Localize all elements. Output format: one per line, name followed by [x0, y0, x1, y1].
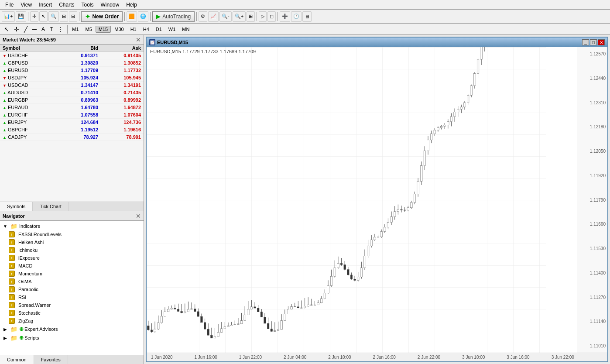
svg-rect-109 [324, 293, 326, 299]
menu-tools[interactable]: Tools [78, 1, 97, 9]
market-row[interactable]: ▲ EURUSD 1.17709 1.17732 [0, 67, 144, 74]
market-row[interactable]: ▼ USDCHF 0.91371 0.91405 [0, 52, 144, 59]
market-row[interactable]: ▲ EURCHF 1.07558 1.07604 [0, 111, 144, 119]
market-row[interactable]: ▲ GBPCHF 1.19512 1.19616 [0, 126, 144, 134]
svg-rect-77 [271, 329, 273, 332]
market-bid: 1.17709 [58, 67, 101, 74]
svg-rect-145 [384, 227, 386, 232]
nav-expert-advisors-folder[interactable]: ▶ 📁 ⊕ Expert Advisors [0, 325, 144, 333]
add-indicator-btn[interactable]: ➕ [280, 11, 290, 22]
tab-common[interactable]: Common [0, 355, 34, 364]
market-row[interactable]: ▲ AUDUSD 0.71410 0.71435 [0, 89, 144, 96]
tf-mn[interactable]: MN [179, 26, 192, 33]
indicator-icon: f [9, 286, 15, 292]
chart-settings-btn[interactable]: ⚙ [199, 11, 207, 22]
market-row[interactable]: ▼ USDCAD 1.34147 1.34191 [0, 82, 144, 89]
autotrading-button[interactable]: ▶ AutoTrading [152, 11, 195, 22]
tf-h4[interactable]: H4 [140, 26, 152, 33]
menu-insert[interactable]: Insert [35, 1, 55, 9]
menu-view[interactable]: View [17, 1, 35, 9]
nav-indicator-item[interactable]: f MACD [0, 262, 144, 270]
market-symbol: ▼ USDCHF [0, 52, 58, 59]
zoom-in-chart-btn[interactable]: 🔍+ [233, 11, 246, 22]
zoom-in-btn[interactable]: 🔍 [48, 11, 59, 22]
chart-x-axis: 1 Jun 20201 Jun 16:001 Jun 22:002 Jun 04… [147, 353, 607, 361]
nav-indicator-item[interactable]: f Ichimoku [0, 246, 144, 254]
tf-h1[interactable]: H1 [127, 26, 140, 33]
nav-indicator-item[interactable]: f Stochastic [0, 309, 144, 317]
market-row[interactable]: ▲ EURGBP 0.89963 0.89992 [0, 96, 144, 104]
market-watch-close[interactable]: ✕ [136, 37, 141, 43]
zoom-out-chart-btn[interactable]: 🔍- [219, 11, 232, 22]
menu-help[interactable]: Help [123, 1, 141, 9]
nav-scripts-folder[interactable]: ▶ 📁 ⊕ Scripts [0, 333, 144, 342]
nav-indicator-item[interactable]: f RSI [0, 293, 144, 301]
hline-tool-btn[interactable]: ─ [30, 25, 39, 34]
tab-favorites[interactable]: Favorites [34, 355, 68, 364]
nav-indicator-label: iExposure [18, 255, 40, 261]
period-sep-btn[interactable]: ⊟ [69, 11, 77, 22]
new-order-icon: ✦ [85, 13, 90, 20]
expert-start-btn[interactable]: ▷ [259, 11, 267, 22]
new-order-button[interactable]: ✦ New Order [81, 11, 123, 22]
tile-btn[interactable]: ⊞ [247, 11, 255, 22]
menu-file[interactable]: File [2, 1, 17, 9]
market-bid: 0.91371 [58, 52, 101, 59]
nav-indicator-item[interactable]: f OsMA [0, 278, 144, 285]
tf-w1[interactable]: W1 [165, 26, 179, 33]
market-row[interactable]: ▲ GBPUSD 1.30820 1.30852 [0, 59, 144, 67]
arrow-tool-btn[interactable]: ↖ [2, 25, 11, 34]
tf-m1[interactable]: M1 [69, 26, 82, 33]
crosshair-btn[interactable]: ✛ [30, 11, 38, 22]
market-ask: 0.91405 [101, 52, 144, 59]
save-btn[interactable]: 💾 [16, 11, 26, 22]
market-row[interactable]: ▲ EURAUD 1.64780 1.64872 [0, 104, 144, 111]
navigator-close[interactable]: ✕ [136, 213, 141, 219]
navigator-body[interactable]: ▼ 📁 Indicators f FXSSI.RoundLevels f Hei… [0, 221, 144, 355]
nav-indicator-item[interactable]: f Parabolic [0, 285, 144, 293]
text-draw-btn[interactable]: A [39, 25, 47, 33]
chart-close-btn[interactable]: ✕ [598, 39, 605, 45]
line-tool-btn[interactable]: ╱ [22, 25, 30, 34]
nav-indicators-folder[interactable]: ▼ 📁 Indicators [0, 222, 144, 230]
market-row[interactable]: ▼ USDJPY 105.924 105.945 [0, 74, 144, 82]
svg-rect-51 [227, 326, 230, 326]
indicator-add-btn[interactable]: 📈 [208, 11, 219, 22]
nav-indicator-item[interactable]: f Momentum [0, 270, 144, 278]
menu-charts[interactable]: Charts [55, 1, 78, 9]
trendline-btn[interactable]: T [48, 25, 55, 33]
nav-indicator-item[interactable]: f ZigZag [0, 317, 144, 325]
market-row[interactable]: ▲ CADJPY 78.927 78.991 [0, 134, 144, 141]
nav-indicator-item[interactable]: f FXSSI.RoundLevels [0, 230, 144, 238]
new-chart-btn[interactable]: 📊+ [2, 11, 15, 22]
tab-tick-chart[interactable]: Tick Chart [33, 202, 69, 211]
chart-maximize-btn[interactable]: □ [590, 39, 597, 45]
tab-symbols[interactable]: Symbols [0, 202, 33, 211]
tf-m15[interactable]: M15 [96, 26, 111, 33]
tf-m30[interactable]: M30 [111, 26, 127, 33]
indicator-icon: f [9, 302, 15, 308]
grid-btn[interactable]: ⊞ [60, 11, 68, 22]
svg-rect-203 [480, 47, 483, 59]
buy-btn[interactable]: 🟧 [127, 11, 137, 22]
tf-m5[interactable]: M5 [82, 26, 95, 33]
nav-indicator-item[interactable]: f Heiken Ashi [0, 238, 144, 246]
arrow-btn[interactable]: ↖ [39, 11, 48, 22]
tf-d1[interactable]: D1 [153, 26, 165, 33]
chart-main[interactable]: EURUSD,M15 1.17729 1.17733 1.17689 1.177… [147, 47, 577, 353]
svg-rect-151 [394, 212, 396, 217]
sell-btn[interactable]: 🌐 [138, 11, 148, 22]
nav-indicator-item[interactable]: f Spread.Warner [0, 301, 144, 309]
market-table[interactable]: Symbol Bid Ask ▼ USDCHF 0.91371 0.91405 … [0, 45, 144, 202]
nav-indicator-item[interactable]: f iExposure [0, 254, 144, 262]
expert-stop-btn[interactable]: ◻ [267, 11, 276, 22]
more-tools-btn[interactable]: ⋮ [55, 25, 66, 34]
x-axis-label: 2 Jun 16:00 [373, 355, 396, 360]
menu-window[interactable]: Window [97, 1, 123, 9]
svg-rect-173 [430, 134, 432, 140]
crosshair-tool-btn[interactable]: ✛ [12, 25, 21, 34]
screenshot-btn[interactable]: 🖥 [302, 11, 312, 22]
chart-minimize-btn[interactable]: _ [582, 39, 589, 45]
clock-btn[interactable]: 🕐 [291, 11, 302, 22]
market-row[interactable]: ▲ EURJPY 124.684 124.736 [0, 119, 144, 126]
